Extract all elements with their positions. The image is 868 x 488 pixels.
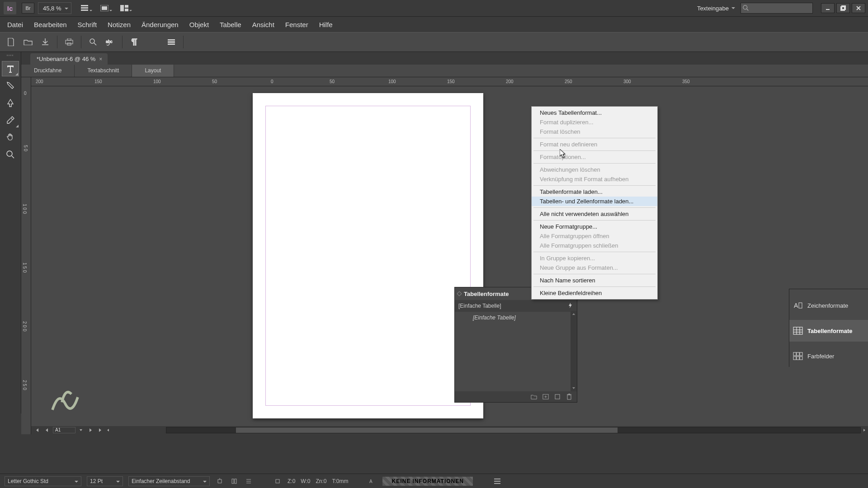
svg-rect-52 <box>494 481 500 482</box>
menu-separator <box>533 163 656 164</box>
svg-rect-51 <box>494 479 500 479</box>
spellcheck-icon[interactable]: abc <box>105 37 116 47</box>
font-dropdown[interactable]: Letter Gothic Std <box>5 476 81 486</box>
tabellenformate-panel: Tabellenformate [Einfache Tabelle] [Einf… <box>454 287 577 403</box>
horizontal-scrollbar[interactable]: A1 <box>31 426 868 434</box>
svg-rect-5 <box>120 5 124 11</box>
svg-rect-23 <box>168 44 175 45</box>
font-size-dropdown[interactable]: 12 Pt <box>87 476 123 486</box>
context-menu-item[interactable]: Tabellenformate laden... <box>532 187 657 197</box>
status-menu-icon[interactable] <box>493 477 502 486</box>
zoom-tool[interactable] <box>2 147 19 162</box>
right-panel-dock: A Zeichenformate Tabellenformate Farbfel… <box>789 289 868 367</box>
overset-icon[interactable]: A <box>368 477 377 486</box>
align-icon[interactable] <box>244 477 253 486</box>
delete-style-icon[interactable] <box>566 394 572 400</box>
view-tab-textabschnitt[interactable]: Textabschnitt <box>75 65 132 77</box>
menu-ansicht[interactable]: Ansicht <box>247 18 280 31</box>
dock-farbfelder[interactable]: Farbfelder <box>789 345 868 367</box>
bridge-button[interactable]: Br <box>22 3 34 14</box>
prev-page-icon[interactable] <box>43 427 51 433</box>
eyedropper-tool[interactable] <box>2 113 19 128</box>
context-menu-item[interactable]: Nach Name sortieren <box>532 276 657 285</box>
svg-rect-41 <box>793 357 796 360</box>
zoom-dropdown[interactable]: 45,8 % <box>38 2 71 14</box>
close-button[interactable] <box>852 3 865 13</box>
type-tool[interactable] <box>2 61 19 76</box>
table-styles-icon <box>793 327 803 335</box>
screen-mode-icon[interactable] <box>98 3 111 14</box>
svg-line-9 <box>747 9 749 11</box>
menu-schrift[interactable]: Schrift <box>72 18 103 31</box>
close-tab-icon[interactable]: × <box>99 56 102 62</box>
find-icon[interactable] <box>88 37 99 47</box>
menu-hilfe[interactable]: Hilfe <box>314 18 338 31</box>
leading-dropdown[interactable]: Einfacher Zeilenabstand <box>128 476 210 486</box>
menu-bearbeiten[interactable]: Bearbeiten <box>28 18 72 31</box>
clear-override-icon[interactable] <box>554 394 561 400</box>
save-icon[interactable] <box>40 37 51 47</box>
hand-tool[interactable] <box>2 130 19 145</box>
document-tab-label: *Unbenannt-6 @ 46 % <box>37 56 95 62</box>
menu-fenster[interactable]: Fenster <box>280 18 314 31</box>
page-dropdown-icon[interactable] <box>77 427 85 433</box>
open-icon[interactable] <box>23 37 33 47</box>
scroll-right-icon[interactable] <box>861 427 868 433</box>
note-tool[interactable] <box>2 78 19 94</box>
next-page-icon[interactable] <box>86 427 94 433</box>
view-options-icon[interactable] <box>78 3 91 14</box>
maximize-button[interactable] <box>836 3 850 13</box>
rotate-icon[interactable] <box>215 477 224 486</box>
menu-bar: Datei Bearbeiten Schrift Notizen Änderun… <box>0 17 868 32</box>
workspace-dropdown[interactable]: Texteingabe <box>693 3 737 14</box>
panel-head-item[interactable]: [Einfache Tabelle] <box>458 303 501 309</box>
new-folder-icon[interactable] <box>531 394 537 400</box>
separator <box>81 36 81 48</box>
scroll-track[interactable] <box>166 427 861 433</box>
context-menu-item[interactable]: Tabellen- und Zellenformate laden... <box>532 197 657 206</box>
context-menu-item[interactable]: Kleine Bedienfeldreihen <box>532 288 657 298</box>
svg-rect-33 <box>793 327 802 334</box>
position-tool[interactable] <box>2 95 19 111</box>
arrange-docs-icon[interactable] <box>118 3 131 14</box>
stats-icon[interactable] <box>273 477 282 486</box>
menu-datei[interactable]: Datei <box>2 18 28 31</box>
scroll-left-icon[interactable] <box>104 427 112 433</box>
page-field[interactable]: A1 <box>53 427 75 433</box>
document-tab[interactable]: *Unbenannt-6 @ 46 % × <box>30 53 108 65</box>
panel-list-item[interactable]: [Einfache Tabelle] <box>455 312 577 324</box>
new-doc-icon[interactable] <box>5 37 16 47</box>
new-style-icon[interactable] <box>542 394 549 400</box>
print-icon[interactable] <box>64 37 75 47</box>
view-tab-druckfahne[interactable]: Druckfahne <box>21 65 75 77</box>
first-page-icon[interactable] <box>33 427 41 433</box>
paragraph-icon[interactable] <box>129 37 140 47</box>
context-menu-item[interactable]: Neues Tabellenformat... <box>532 108 657 117</box>
menu-notizen[interactable]: Notizen <box>102 18 136 31</box>
svg-rect-0 <box>81 5 88 6</box>
search-input[interactable] <box>741 3 813 14</box>
panel-menu-icon[interactable] <box>166 37 177 47</box>
menu-objekt[interactable]: Objekt <box>184 18 214 31</box>
last-page-icon[interactable] <box>96 427 104 433</box>
context-menu-item: Alle Formatgruppen öffnen <box>532 231 657 241</box>
watermark-icon <box>45 385 85 416</box>
columns-icon[interactable] <box>230 477 239 486</box>
context-menu-item[interactable]: Alle nicht verwendeten auswählen <box>532 209 657 219</box>
svg-point-18 <box>90 39 94 43</box>
menu-tabelle[interactable]: Tabelle <box>214 18 247 31</box>
svg-rect-44 <box>232 479 234 483</box>
view-tab-layout[interactable]: Layout <box>132 65 174 77</box>
panel-grip-icon[interactable] <box>457 291 462 296</box>
minimize-button[interactable] <box>821 3 835 13</box>
dock-zeichenformate[interactable]: A Zeichenformate <box>789 295 868 316</box>
dock-tabellenformate[interactable]: Tabellenformate <box>789 320 868 342</box>
quick-apply-icon[interactable] <box>568 303 573 310</box>
menu-aenderungen[interactable]: Änderungen <box>136 18 184 31</box>
context-menu-item: Format löschen <box>532 127 657 136</box>
context-menu-item: In Gruppe kopieren... <box>532 253 657 263</box>
canvas[interactable] <box>31 77 868 434</box>
panel-scrollbar[interactable] <box>571 311 577 391</box>
context-menu-item[interactable]: Neue Formatgruppe... <box>532 222 657 231</box>
scroll-thumb[interactable] <box>236 427 618 433</box>
